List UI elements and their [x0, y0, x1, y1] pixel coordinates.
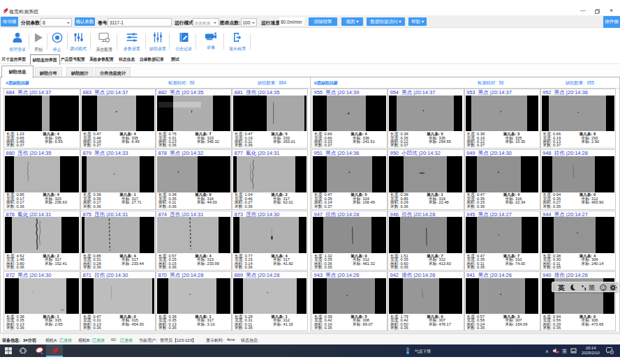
- svg-text:英: 英: [558, 284, 565, 291]
- svg-text:简: 简: [589, 284, 596, 291]
